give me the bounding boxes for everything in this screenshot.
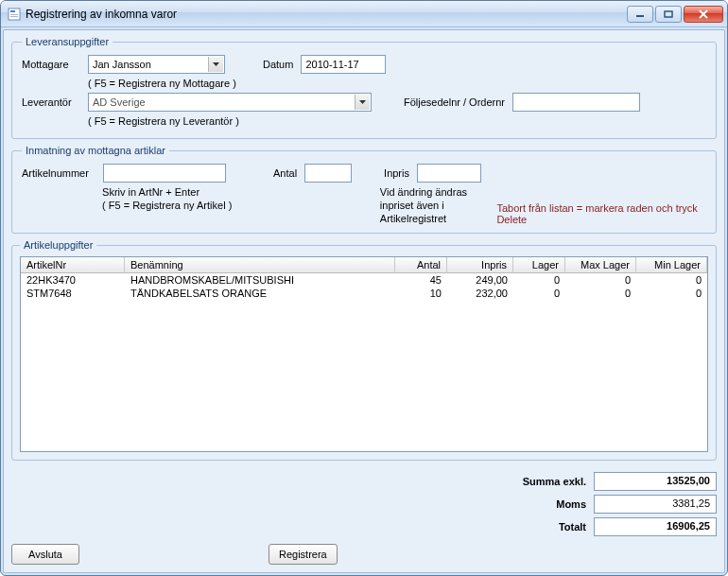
- supplier-label: Leverantör: [22, 96, 80, 108]
- cell: 0: [513, 287, 565, 300]
- svg-rect-3: [10, 16, 18, 17]
- packingslip-input[interactable]: [512, 93, 640, 112]
- sum-excl-label: Summa exkl.: [523, 476, 586, 487]
- grid-legend: Artikeluppgifter: [20, 239, 96, 251]
- table-row[interactable]: STM7648TÄNDKABELSATS ORANGE10232,00000: [21, 287, 707, 300]
- supplier-value: AD Sverige: [93, 96, 146, 108]
- totals-area: Summa exkl. 13525,00 Moms 3381,25 Totalt…: [11, 472, 717, 536]
- col-minstock[interactable]: Min Lager: [636, 257, 707, 273]
- cell: 0: [513, 273, 565, 287]
- cell: 10: [395, 287, 447, 300]
- maximize-icon: [664, 10, 673, 18]
- cell: 0: [636, 273, 707, 287]
- window-title: Registrering av inkomna varor: [26, 8, 177, 21]
- total-value: 16906,25: [594, 517, 717, 536]
- cell: HANDBROMSKABEL/MITSUBISHI: [125, 273, 395, 287]
- total-label: Totalt: [523, 521, 586, 532]
- vat-value: 3381,25: [594, 495, 717, 514]
- col-artno[interactable]: ArtikelNr: [21, 257, 125, 273]
- grid-group: Artikeluppgifter ArtikelNr Benämning Ant…: [11, 239, 717, 461]
- grid-body[interactable]: 22HK3470HANDBROMSKABEL/MITSUBISHI45249,0…: [21, 273, 707, 451]
- col-maxstock[interactable]: Max Lager: [565, 257, 636, 273]
- cell: 45: [395, 273, 447, 287]
- packingslip-label: Följesedelnr / Ordernr: [404, 96, 505, 108]
- cell: 0: [565, 287, 636, 300]
- svg-rect-5: [665, 11, 672, 17]
- col-name[interactable]: Benämning: [125, 257, 395, 273]
- client-area: Leveransuppgifter Mottagare Jan Jansson …: [3, 29, 725, 573]
- chevron-down-icon: [355, 95, 370, 110]
- date-label: Datum: [263, 59, 293, 70]
- article-grid[interactable]: ArtikelNr Benämning Antal Inpris Lager M…: [20, 256, 708, 452]
- artno-label: Artikelnummer: [22, 167, 95, 179]
- supplier-combo[interactable]: AD Sverige: [88, 93, 372, 112]
- svg-rect-2: [10, 14, 18, 15]
- svg-rect-1: [10, 10, 15, 12]
- table-row[interactable]: 22HK3470HANDBROMSKABEL/MITSUBISHI45249,0…: [21, 273, 707, 287]
- cell: 232,00: [447, 287, 513, 300]
- receiver-value: Jan Jansson: [93, 59, 151, 70]
- chevron-down-icon: [208, 57, 223, 72]
- grid-header: ArtikelNr Benämning Antal Inpris Lager M…: [21, 257, 707, 273]
- svg-marker-8: [213, 62, 219, 66]
- col-stock[interactable]: Lager: [513, 257, 565, 273]
- vat-label: Moms: [523, 498, 586, 510]
- minimize-button[interactable]: [627, 6, 653, 23]
- receiver-hint: ( F5 = Registrera ny Mottagare ): [88, 78, 236, 89]
- cell: 249,00: [447, 273, 513, 287]
- inprice-label: Inpris: [384, 167, 409, 179]
- app-icon: [7, 7, 22, 22]
- supplier-hint: ( F5 = Registrera ny Leverantör ): [88, 115, 239, 127]
- bottom-bar: Avsluta Registrera: [11, 544, 717, 565]
- minimize-icon: [635, 10, 645, 18]
- delivery-legend: Leveransuppgifter: [22, 36, 113, 47]
- date-input[interactable]: 2010-11-17: [301, 55, 386, 74]
- receiver-combo[interactable]: Jan Jansson: [88, 55, 225, 74]
- cell: STM7648: [21, 287, 125, 300]
- title-bar: Registrering av inkomna varor: [1, 1, 727, 27]
- close-app-button[interactable]: Avsluta: [11, 544, 79, 565]
- svg-marker-9: [359, 100, 366, 104]
- cell: 22HK3470: [21, 273, 125, 287]
- inprice-input[interactable]: [417, 164, 481, 183]
- close-icon: [698, 9, 709, 19]
- delivery-group: Leveransuppgifter Mottagare Jan Jansson …: [11, 36, 717, 139]
- col-qty[interactable]: Antal: [395, 257, 447, 273]
- qty-input[interactable]: [304, 164, 352, 183]
- delete-hint: Tabort från listan = markera raden och t…: [496, 202, 706, 225]
- artno-input[interactable]: [103, 164, 226, 183]
- inprice-note: Vid ändring ändras inpriset även i Artik…: [380, 186, 482, 225]
- col-inprice[interactable]: Inpris: [447, 257, 513, 273]
- app-window: Registrering av inkomna varor Leveransup…: [0, 0, 728, 576]
- cell: 0: [636, 287, 707, 300]
- artno-hint1: Skriv in ArtNr + Enter: [102, 186, 246, 198]
- qty-label: Antal: [273, 167, 297, 179]
- input-group: Inmatning av mottagna artiklar Artikelnu…: [11, 145, 717, 234]
- input-legend: Inmatning av mottagna artiklar: [22, 145, 169, 156]
- svg-rect-4: [636, 15, 644, 17]
- close-button[interactable]: [684, 6, 723, 23]
- cell: TÄNDKABELSATS ORANGE: [125, 287, 395, 300]
- maximize-button[interactable]: [655, 6, 682, 23]
- sum-excl-value: 13525,00: [594, 472, 717, 491]
- cell: 0: [565, 273, 636, 287]
- receiver-label: Mottagare: [22, 59, 80, 70]
- artno-hint2: ( F5 = Registrera ny Artikel ): [102, 200, 246, 211]
- register-button[interactable]: Registrera: [269, 544, 338, 565]
